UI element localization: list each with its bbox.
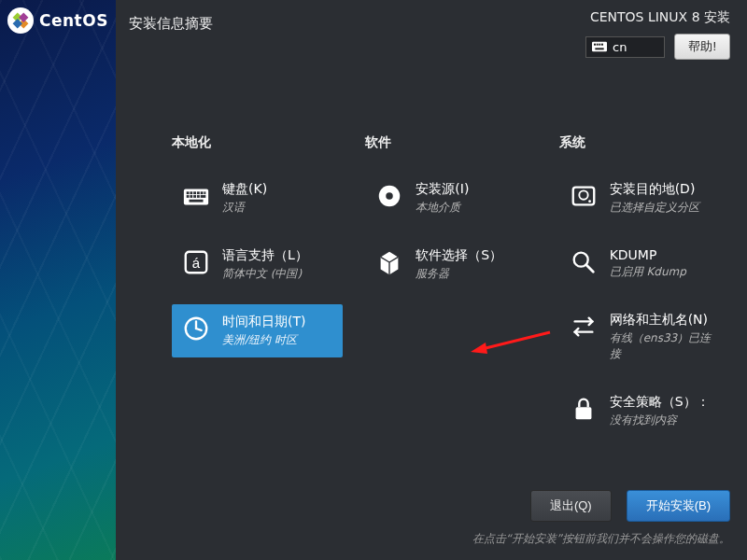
spoke-time-date[interactable]: 时间和日期(T) 美洲/纽约 时区: [172, 304, 343, 357]
svg-point-32: [588, 200, 591, 203]
svg-rect-9: [595, 48, 603, 49]
spoke-title: 安装源(I): [416, 181, 469, 198]
svg-rect-2: [19, 13, 28, 22]
package-icon: [374, 247, 404, 277]
spoke-software-selection[interactable]: 软件选择（S） 服务器: [365, 238, 536, 291]
category-title-localization: 本地化: [172, 134, 343, 151]
spoke-subtitle: 美洲/纽约 时区: [222, 332, 305, 348]
begin-install-button[interactable]: 开始安装(B): [627, 490, 730, 522]
spoke-subtitle: 已启用 Kdump: [610, 264, 686, 280]
network-icon: [569, 312, 599, 342]
svg-point-31: [579, 190, 587, 199]
summary-hub: 本地化 键盘(K) 汉语 á 语言支持（L）: [116, 60, 747, 560]
svg-rect-19: [193, 195, 196, 198]
spoke-title: 软件选择（S）: [416, 247, 502, 264]
spoke-subtitle: 汉语: [222, 200, 267, 216]
harddrive-icon: [569, 181, 599, 211]
keyboard-icon: [181, 181, 211, 211]
spoke-security-policy[interactable]: 安全策略（S）： 没有找到内容: [559, 385, 730, 438]
installer-root: CentOS 安装信息摘要 CENTOS LINUX 8 安装 cn: [0, 0, 747, 560]
spoke-subtitle: 服务器: [416, 266, 502, 282]
svg-text:á: á: [192, 255, 201, 271]
spoke-network-hostname[interactable]: 网络和主机名(N) 有线（ens33）已连接: [559, 302, 730, 371]
spoke-install-destination[interactable]: 安装目的地(D) 已选择自定义分区: [559, 172, 730, 225]
svg-line-27: [196, 329, 202, 330]
svg-rect-21: [201, 195, 206, 198]
spoke-subtitle: 已选择自定义分区: [610, 200, 699, 216]
spoke-keyboard[interactable]: 键盘(K) 汉语: [172, 172, 343, 225]
svg-rect-7: [599, 44, 600, 46]
disc-icon: [374, 181, 404, 211]
brand-name: CentOS: [39, 11, 108, 30]
svg-rect-35: [575, 407, 591, 419]
search-icon: [569, 247, 599, 277]
spoke-subtitle: 没有找到内容: [610, 413, 710, 428]
svg-rect-15: [201, 191, 204, 194]
keyboard-icon: [592, 41, 607, 52]
spoke-title: 网络和主机名(N): [610, 312, 721, 329]
category-title-system: 系统: [559, 134, 730, 151]
spoke-title: 语言支持（L）: [222, 247, 308, 264]
svg-rect-13: [193, 191, 196, 194]
svg-rect-20: [197, 195, 200, 198]
help-button[interactable]: 帮助!: [674, 34, 730, 60]
clock-icon: [181, 314, 211, 343]
brand-logo: CentOS: [0, 0, 116, 34]
product-label: CENTOS LINUX 8 安装: [585, 9, 730, 26]
keyboard-layout-label: cn: [613, 40, 627, 54]
spoke-title: 安装目的地(D): [610, 181, 699, 198]
category-title-software: 软件: [365, 134, 536, 151]
quit-button[interactable]: 退出(Q): [530, 490, 612, 522]
spoke-subtitle: 本地介质: [416, 200, 469, 216]
main-panel: 安装信息摘要 CENTOS LINUX 8 安装 cn 帮助!: [116, 0, 747, 560]
svg-rect-5: [594, 44, 596, 46]
svg-rect-17: [187, 195, 190, 198]
svg-line-34: [585, 265, 593, 273]
svg-rect-18: [190, 195, 192, 198]
svg-rect-3: [13, 19, 22, 28]
keyboard-layout-indicator[interactable]: cn: [585, 36, 665, 58]
svg-rect-8: [601, 44, 603, 46]
centos-logo-icon: [7, 7, 34, 34]
svg-rect-22: [190, 200, 204, 203]
svg-rect-6: [597, 44, 599, 46]
sidebar: CentOS: [0, 0, 116, 560]
spoke-title: 安全策略（S）：: [610, 394, 710, 411]
footer-hint: 在点击“开始安装”按钮前我们并不会操作您的磁盘。: [133, 531, 730, 547]
spoke-title: 键盘(K): [222, 181, 267, 198]
svg-rect-12: [190, 191, 192, 194]
lock-icon: [569, 394, 599, 424]
svg-rect-16: [204, 191, 205, 194]
language-icon: á: [181, 247, 211, 277]
svg-rect-14: [197, 191, 200, 194]
svg-rect-4: [592, 42, 607, 52]
topbar: 安装信息摘要 CENTOS LINUX 8 安装 cn 帮助!: [116, 0, 747, 60]
footer: 退出(Q) 开始安装(B) 在点击“开始安装”按钮前我们并不会操作您的磁盘。: [116, 490, 747, 560]
spoke-subtitle: 简体中文 (中国): [222, 266, 308, 282]
svg-rect-11: [187, 191, 190, 194]
spoke-language-support[interactable]: á 语言支持（L） 简体中文 (中国): [172, 238, 343, 291]
spoke-title: 时间和日期(T): [222, 314, 305, 330]
spoke-subtitle: 有线（ens33）已连接: [610, 330, 721, 362]
spoke-title: KDUMP: [610, 247, 686, 262]
svg-point-29: [387, 192, 394, 200]
page-title: 安装信息摘要: [129, 15, 213, 33]
spoke-install-source[interactable]: 安装源(I) 本地介质: [365, 172, 536, 225]
spoke-kdump[interactable]: KDUMP 已启用 Kdump: [559, 238, 730, 289]
topbar-right: CENTOS LINUX 8 安装 cn 帮助!: [585, 9, 730, 60]
